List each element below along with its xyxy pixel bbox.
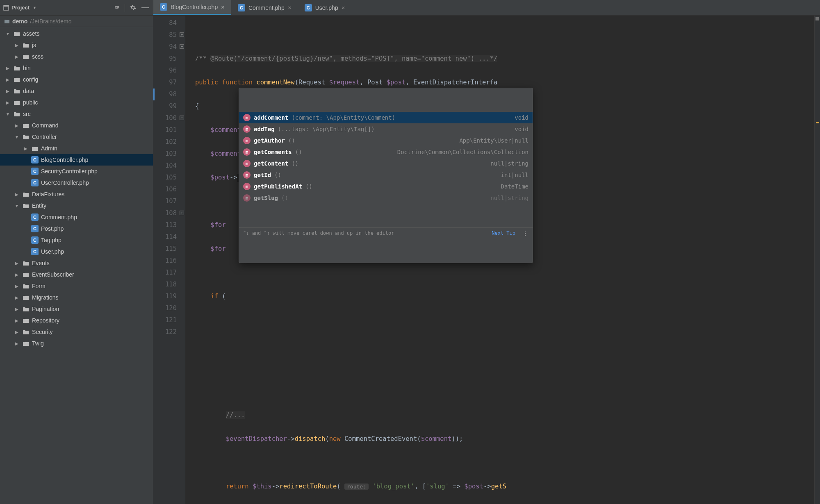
tool-window-title[interactable]: Project ▼	[3, 5, 36, 11]
chevron-right-icon[interactable]: ▶	[14, 284, 20, 288]
chevron-down-icon[interactable]: ▼	[5, 32, 11, 36]
chevron-right-icon[interactable]: ▶	[14, 295, 20, 300]
tree-item-repository[interactable]: ▶Repository	[0, 315, 153, 326]
project-tree[interactable]: ▼assets▶js▶scss▶bin▶config▶data▶public▼s…	[0, 27, 153, 504]
completion-item-getSlug[interactable]: mgetSlug()null|string	[239, 192, 533, 204]
analysis-status-icon[interactable]	[815, 17, 819, 20]
tree-item-eventsubscriber[interactable]: ▶EventSubscriber	[0, 269, 153, 280]
line-number[interactable]: 118	[153, 279, 185, 291]
tree-item-controller[interactable]: ▼Controller	[0, 131, 153, 143]
chevron-right-icon[interactable]: ▶	[14, 272, 20, 277]
line-number[interactable]: 100−	[153, 112, 185, 124]
chevron-down-icon[interactable]: ▼	[14, 204, 20, 208]
tree-item-usercontroller-php[interactable]: •CUserController.php	[0, 177, 153, 188]
line-number[interactable]: 119	[153, 291, 185, 302]
tree-item-datafixtures[interactable]: ▶DataFixtures	[0, 188, 153, 200]
tree-item-comment-php[interactable]: •CComment.php	[0, 211, 153, 223]
line-number[interactable]: 104	[153, 160, 185, 172]
chevron-right-icon[interactable]: ▶	[14, 261, 20, 266]
tree-item-bin[interactable]: ▶bin	[0, 62, 153, 74]
settings-icon[interactable]	[128, 3, 137, 12]
chevron-right-icon[interactable]: ▶	[14, 318, 20, 323]
chevron-right-icon[interactable]: ▶	[14, 330, 20, 334]
line-number[interactable]: 122	[153, 326, 185, 338]
fold-toggle-icon[interactable]: −	[180, 116, 184, 120]
line-number[interactable]: 121	[153, 314, 185, 326]
close-icon[interactable]: ×	[342, 4, 345, 11]
line-number[interactable]: 99	[153, 100, 185, 112]
fold-toggle-icon[interactable]: +	[180, 32, 184, 37]
error-stripe[interactable]	[814, 16, 820, 504]
more-icon[interactable]: ⋮	[522, 227, 528, 239]
chevron-right-icon[interactable]: ▶	[14, 307, 20, 311]
editor-tab-blogcontroller-php[interactable]: CBlogController.php×	[153, 0, 231, 15]
tree-item-assets[interactable]: ▼assets	[0, 28, 153, 39]
breadcrumb[interactable]: demo /JetBrains/demo	[0, 16, 153, 27]
chevron-right-icon[interactable]: ▶	[5, 66, 11, 70]
chevron-right-icon[interactable]: ▶	[5, 100, 11, 105]
tree-item-scss[interactable]: ▶scss	[0, 51, 153, 62]
chevron-right-icon[interactable]: ▶	[23, 146, 29, 151]
code-completion-popup[interactable]: maddComment(comment: \App\Entity\Comment…	[239, 88, 533, 263]
tree-item-form[interactable]: ▶Form	[0, 280, 153, 292]
chevron-right-icon[interactable]: ▶	[14, 43, 20, 48]
completion-item-getId[interactable]: mgetId()int|null	[239, 169, 533, 181]
tree-item-command[interactable]: ▶Command	[0, 120, 153, 131]
completion-item-addTag[interactable]: maddTag(...tags: \App\Entity\Tag[])void	[239, 123, 533, 135]
line-number[interactable]: 96	[153, 65, 185, 77]
warning-marker[interactable]	[816, 122, 819, 123]
collapse-all-icon[interactable]	[112, 3, 121, 12]
completion-item-getAuthor[interactable]: mgetAuthor()App\Entity\User|null	[239, 135, 533, 146]
tree-item-securitycontroller-php[interactable]: •CSecurityController.php	[0, 166, 153, 177]
code-content[interactable]: /** @Route("/comment/{postSlug}/new", me…	[185, 16, 814, 504]
tree-item-config[interactable]: ▶config	[0, 74, 153, 85]
line-number[interactable]: 114	[153, 231, 185, 243]
line-number[interactable]: 107	[153, 195, 185, 207]
chevron-right-icon[interactable]: ▶	[14, 123, 20, 128]
tree-item-post-php[interactable]: •CPost.php	[0, 223, 153, 234]
fold-toggle-icon[interactable]: −	[180, 44, 184, 49]
code-editor[interactable]: 8485+94−9596979899100−101102103104105106…	[153, 16, 820, 504]
line-number[interactable]: 94−	[153, 41, 185, 53]
line-number[interactable]: 84	[153, 17, 185, 29]
tree-item-migrations[interactable]: ▶Migrations	[0, 292, 153, 303]
tree-item-tag-php[interactable]: •CTag.php	[0, 234, 153, 246]
next-tip-link[interactable]: Next Tip	[492, 227, 515, 239]
tree-item-src[interactable]: ▼src	[0, 108, 153, 120]
tree-item-blogcontroller-php[interactable]: •CBlogController.php	[0, 154, 153, 166]
completion-item-addComment[interactable]: maddComment(comment: \App\Entity\Comment…	[239, 112, 533, 123]
chevron-right-icon[interactable]: ▶	[14, 192, 20, 197]
fold-toggle-icon[interactable]: +	[180, 211, 184, 215]
line-number[interactable]: 117	[153, 267, 185, 279]
tree-item-admin[interactable]: ▶Admin	[0, 143, 153, 154]
editor-tab-user-php[interactable]: CUser.php×	[298, 0, 352, 15]
completion-item-getContent[interactable]: mgetContent()null|string	[239, 158, 533, 169]
tree-item-public[interactable]: ▶public	[0, 97, 153, 108]
line-number[interactable]: 95	[153, 53, 185, 65]
line-number[interactable]: 101	[153, 124, 185, 136]
line-number[interactable]: 113	[153, 219, 185, 231]
tree-item-security[interactable]: ▶Security	[0, 326, 153, 338]
close-icon[interactable]: ×	[221, 4, 225, 11]
chevron-right-icon[interactable]: ▶	[5, 77, 11, 82]
tree-item-user-php[interactable]: •CUser.php	[0, 246, 153, 257]
line-number[interactable]: 108+	[153, 207, 185, 219]
line-number[interactable]: 98	[153, 89, 185, 100]
tree-item-twig[interactable]: ▶Twig	[0, 338, 153, 349]
line-number[interactable]: 120	[153, 302, 185, 314]
line-number[interactable]: 85+	[153, 29, 185, 41]
line-number[interactable]: 97	[153, 77, 185, 89]
chevron-down-icon[interactable]: ▼	[5, 112, 11, 116]
line-number[interactable]: 105	[153, 172, 185, 184]
line-number[interactable]: 106	[153, 184, 185, 195]
tree-item-pagination[interactable]: ▶Pagination	[0, 303, 153, 315]
line-gutter[interactable]: 8485+94−9596979899100−101102103104105106…	[153, 16, 185, 504]
chevron-down-icon[interactable]: ▼	[14, 135, 20, 139]
chevron-right-icon[interactable]: ▶	[14, 341, 20, 346]
editor-tab-comment-php[interactable]: CComment.php×	[231, 0, 298, 15]
tree-item-data[interactable]: ▶data	[0, 85, 153, 97]
chevron-right-icon[interactable]: ▶	[5, 89, 11, 93]
line-number[interactable]: 103	[153, 148, 185, 160]
line-number[interactable]: 115	[153, 243, 185, 255]
line-number[interactable]: 116	[153, 255, 185, 267]
